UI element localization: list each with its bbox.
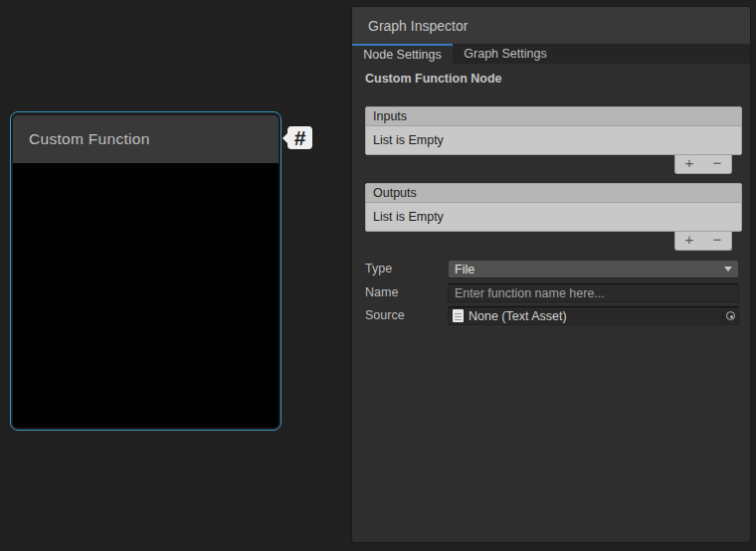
chevron-down-icon [724,267,732,272]
graph-inspector-panel: Graph Inspector Node Settings Graph Sett… [351,6,751,543]
source-label: Source [365,306,405,325]
outputs-list-body: List is Empty [366,203,741,231]
outputs-empty-label: List is Empty [373,210,444,224]
object-picker-icon [726,311,735,320]
inputs-list-header: Inputs [366,107,741,126]
text-asset-icon [453,309,464,322]
section-title: Custom Function Node [365,72,502,87]
node-header[interactable]: Custom Function [13,115,279,163]
tab-graph-settings[interactable]: Graph Settings [453,44,558,64]
type-dropdown[interactable]: File [448,260,739,278]
hash-icon: # [287,126,312,149]
outputs-list: Outputs List is Empty [365,183,742,232]
node-body [13,163,279,428]
outputs-list-title: Outputs [373,186,417,200]
type-label: Type [365,260,392,278]
outputs-list-header: Outputs [366,184,741,203]
inputs-remove-button[interactable]: − [703,155,731,173]
custom-function-node[interactable]: Custom Function [10,111,282,431]
outputs-remove-button[interactable]: − [703,232,731,250]
tab-node-settings[interactable]: Node Settings [352,44,453,64]
source-object-field[interactable]: None (Text Asset) [448,306,739,325]
name-label: Name [365,283,398,302]
outputs-list-footer: + − [674,232,732,251]
inputs-empty-label: List is Empty [373,133,444,147]
inspector-title: Graph Inspector [368,18,468,34]
tab-node-settings-label: Node Settings [363,48,442,62]
object-picker-button[interactable] [722,307,738,324]
function-name-input[interactable] [448,283,739,302]
tab-graph-settings-label: Graph Settings [464,47,546,61]
inputs-list-body: List is Empty [366,126,741,154]
inputs-list-footer: + − [674,155,732,174]
type-dropdown-value: File [455,263,474,276]
source-object-value: None (Text Asset) [469,309,567,323]
node-title: Custom Function [29,130,150,148]
outputs-add-button[interactable]: + [675,232,703,250]
inspector-tabbar: Node Settings Graph Settings [352,44,750,64]
inputs-list: Inputs List is Empty [365,106,742,155]
inspector-header[interactable]: Graph Inspector [352,7,750,44]
node-precision-badge[interactable]: # [283,126,312,149]
inputs-list-title: Inputs [373,109,407,123]
inputs-add-button[interactable]: + [675,155,703,173]
